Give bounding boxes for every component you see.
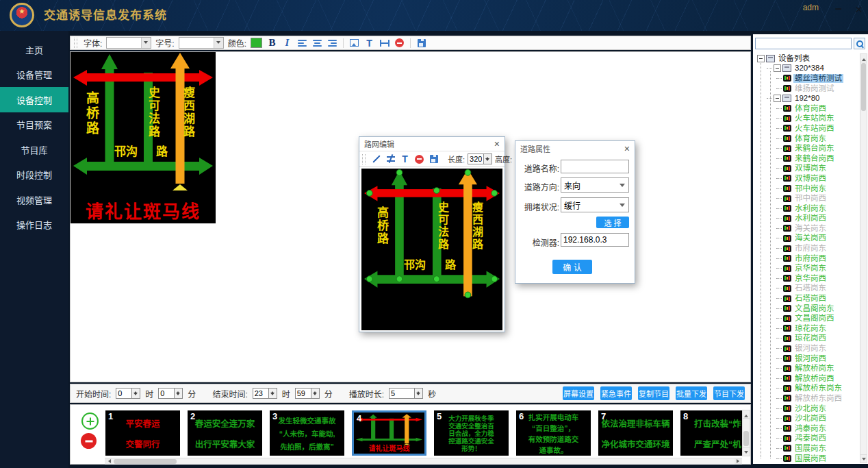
end-minute-stepper[interactable] bbox=[295, 388, 320, 399]
device-tree-item[interactable]: 市府岗东 bbox=[753, 243, 860, 254]
device-tree-item[interactable]: 螺丝湾桥测试 bbox=[753, 73, 860, 84]
program-thumbnail[interactable]: 7依法治理非标车辆净化城市交通环境 bbox=[598, 410, 673, 456]
device-tree-item[interactable]: 邗中岗西 bbox=[753, 193, 860, 204]
spin-down-icon[interactable] bbox=[269, 393, 277, 398]
tree-scrollbar[interactable] bbox=[860, 53, 867, 463]
sidebar-item[interactable]: 节目预案 bbox=[0, 112, 68, 138]
align-right-icon[interactable] bbox=[327, 38, 338, 49]
scrollbar-thumb[interactable] bbox=[743, 431, 749, 446]
sidebar-item[interactable]: 时段控制 bbox=[0, 162, 68, 188]
spin-down-icon[interactable] bbox=[132, 393, 140, 398]
color-swatch[interactable] bbox=[251, 38, 262, 48]
sidebar-item[interactable]: 节目库 bbox=[0, 137, 68, 162]
sidebar-item[interactable]: 设备管理 bbox=[0, 62, 68, 88]
spin-down-icon[interactable] bbox=[415, 393, 422, 398]
device-tree-item[interactable]: 京华岗西 bbox=[753, 273, 860, 284]
program-thumbnail[interactable]: 6扎实开展电动车“百日整治”，有效预防道路交通事故。 bbox=[516, 410, 591, 456]
image-icon[interactable] bbox=[348, 38, 360, 49]
schedule-action-button[interactable]: 复制节目 bbox=[638, 386, 669, 400]
device-tree-item[interactable]: 双博岗西 bbox=[753, 173, 860, 184]
device-tree-item[interactable]: 水利岗西 bbox=[753, 214, 860, 224]
collapse-icon[interactable] bbox=[774, 64, 781, 72]
sidebar-item[interactable]: 视频管理 bbox=[0, 187, 68, 212]
device-tree-item[interactable]: 来鹤台岗西 bbox=[753, 153, 860, 164]
start-minute-input[interactable] bbox=[158, 388, 175, 399]
start-hour-stepper[interactable] bbox=[116, 388, 140, 399]
program-thumbnail[interactable]: 2春运安全连万家出行平安靠大家 bbox=[188, 410, 262, 456]
add-program-button[interactable] bbox=[81, 412, 99, 430]
device-tree-item[interactable]: 国展岗西 bbox=[753, 454, 860, 464]
device-tree-item[interactable]: 市府岗西 bbox=[753, 254, 860, 264]
device-tree-item[interactable]: 来鹤台岗东 bbox=[753, 143, 860, 153]
italic-icon[interactable]: I bbox=[281, 38, 293, 49]
program-thumbnail[interactable]: 3发生轻微交通事故“人未伤，车能动,先拍照，后撤离” bbox=[270, 410, 344, 456]
device-tree-item[interactable]: 文昌阁岗西 bbox=[753, 313, 860, 323]
device-tree-item[interactable]: 解放桥东岗西 bbox=[753, 393, 860, 404]
line-icon[interactable] bbox=[370, 153, 382, 164]
end-hour-input[interactable] bbox=[253, 388, 269, 399]
scroll-up-icon[interactable] bbox=[860, 54, 867, 62]
device-group[interactable]: 320*384 bbox=[753, 64, 860, 74]
scroll-right-icon[interactable] bbox=[735, 458, 742, 465]
program-thumbnail[interactable]: 1平安春运交警同行 bbox=[105, 410, 180, 456]
device-tree-item[interactable]: 海关岗东 bbox=[753, 223, 860, 234]
font-select[interactable] bbox=[106, 37, 151, 49]
device-tree-item[interactable]: 琼花岗东 bbox=[753, 323, 860, 334]
device-tree-item[interactable]: 琼花岗西 bbox=[753, 334, 860, 344]
select-detector-button[interactable]: 选 择 bbox=[596, 217, 629, 228]
save-icon[interactable] bbox=[428, 153, 439, 164]
delete-icon[interactable] bbox=[394, 38, 405, 49]
duration-stepper[interactable] bbox=[389, 388, 423, 399]
length-input[interactable] bbox=[468, 153, 484, 164]
close-icon[interactable]: × bbox=[494, 139, 500, 149]
dialog-titlebar[interactable]: 道路属性 × bbox=[515, 141, 635, 156]
device-tree-item[interactable]: 沙北岗东 bbox=[753, 404, 860, 414]
device-tree-item[interactable]: 京华岗东 bbox=[753, 263, 860, 273]
length-stepper[interactable] bbox=[468, 153, 492, 164]
device-tree-item[interactable]: 海关岗西 bbox=[753, 234, 860, 244]
spin-down-icon[interactable] bbox=[175, 393, 182, 398]
sidebar-item[interactable]: 设备控制 bbox=[0, 87, 68, 112]
close-icon[interactable]: × bbox=[624, 144, 630, 153]
align-center-icon[interactable] bbox=[311, 38, 323, 49]
device-tree-item[interactable]: 解放桥岗东 bbox=[753, 363, 860, 373]
double-line-icon[interactable] bbox=[385, 153, 396, 164]
text-icon[interactable]: T bbox=[363, 38, 375, 49]
device-tree-item[interactable]: 双博岗东 bbox=[753, 164, 860, 174]
start-hour-input[interactable] bbox=[116, 388, 132, 399]
device-tree-item[interactable]: 水利岗东 bbox=[753, 204, 860, 214]
road-direction-select[interactable]: 来向 bbox=[561, 177, 629, 193]
device-tree-item[interactable]: 文昌阁岗东 bbox=[753, 304, 860, 314]
device-tree-item[interactable]: 解放桥岗西 bbox=[753, 373, 860, 384]
toolbar-grip-icon[interactable] bbox=[74, 38, 77, 48]
vertical-scrollbar[interactable] bbox=[742, 410, 750, 456]
device-tree-item[interactable]: 解放桥东岗东 bbox=[753, 384, 860, 394]
detector-input[interactable] bbox=[561, 233, 629, 247]
congestion-select[interactable]: 缓行 bbox=[561, 197, 629, 212]
duration-input[interactable] bbox=[389, 388, 415, 399]
device-tree-item[interactable]: 沙北岗西 bbox=[753, 413, 860, 423]
schedule-action-button[interactable]: 屏幕设置 bbox=[563, 386, 594, 400]
align-left-icon[interactable] bbox=[296, 38, 308, 49]
program-thumbnail[interactable]: 8打击改装“炸严查严处“机 bbox=[680, 410, 742, 456]
schedule-action-button[interactable]: 批量下发 bbox=[676, 386, 707, 400]
schedule-action-button[interactable]: 节目下发 bbox=[713, 386, 745, 400]
schedule-action-button[interactable]: 紧急事件 bbox=[600, 386, 632, 400]
size-select[interactable] bbox=[179, 37, 224, 49]
toolbar-grip-icon[interactable] bbox=[362, 154, 366, 164]
confirm-button[interactable]: 确 认 bbox=[552, 260, 592, 274]
program-thumbnail[interactable]: 5大力开展秋冬季交通安全整治百日会战，全力稳控道路交通安全形势！ bbox=[434, 410, 509, 456]
sidebar-item[interactable]: 主页 bbox=[0, 37, 68, 62]
delete-program-button[interactable] bbox=[81, 433, 97, 449]
device-tree-item[interactable]: 银河岗西 bbox=[753, 354, 860, 364]
search-input[interactable] bbox=[755, 38, 852, 49]
road-icon[interactable] bbox=[379, 38, 390, 49]
horizontal-scrollbar[interactable] bbox=[105, 458, 742, 465]
save-icon[interactable] bbox=[416, 38, 427, 49]
scroll-up-icon[interactable] bbox=[743, 410, 750, 419]
minimize-icon[interactable]: − bbox=[835, 1, 842, 18]
end-minute-input[interactable] bbox=[295, 388, 311, 399]
dialog-titlebar[interactable]: 路网编辑 × bbox=[359, 137, 505, 151]
spin-down-icon[interactable] bbox=[484, 159, 492, 164]
editor-canvas[interactable]: 高桥路 史可法路 瘦西湖路 邗沟 路 bbox=[361, 169, 502, 330]
